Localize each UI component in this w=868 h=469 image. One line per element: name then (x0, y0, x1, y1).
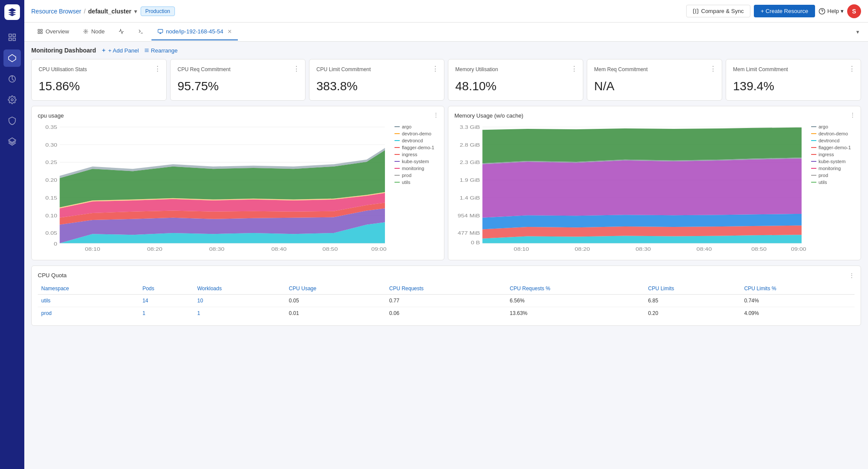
create-resource-button[interactable]: + Create Resource (754, 5, 815, 17)
svg-text:0 B: 0 B (471, 240, 480, 245)
compare-sync-label: Compare & Sync (701, 8, 744, 14)
pods-link-utils[interactable]: 14 (142, 298, 148, 304)
sidebar-icon-home[interactable] (3, 29, 21, 46)
help-label: Help (827, 8, 839, 14)
svg-point-6 (11, 99, 13, 101)
help-button[interactable]: Help ▾ (819, 8, 844, 15)
breadcrumb-separator: / (84, 8, 85, 15)
cluster-name[interactable]: default_cluster (88, 8, 132, 15)
pods-link-prod[interactable]: 1 (142, 310, 145, 316)
sidebar-icon-layers[interactable] (3, 133, 21, 150)
memory-chart-title: Memory Usage (w/o cache) (454, 112, 855, 119)
legend-utils: utils (395, 180, 438, 185)
sidebar-icon-config[interactable] (3, 112, 21, 129)
cpu-chart-menu[interactable]: ⋮ (433, 112, 439, 118)
namespace-link-utils[interactable]: utils (41, 298, 50, 304)
cell-cpu-requests-pct: 6.56% (506, 295, 645, 307)
svg-text:08:40: 08:40 (697, 246, 712, 252)
app-name: Resource Browser (31, 8, 81, 15)
breadcrumb: Resource Browser / default_cluster ▾ (31, 8, 137, 15)
chart-tab-icon (118, 29, 124, 34)
stat-card-mem-util-menu[interactable]: ⋮ (571, 65, 578, 73)
node-ip-tab-icon (158, 29, 163, 34)
user-avatar[interactable]: S (847, 4, 861, 18)
stat-card-mem-req-menu[interactable]: ⋮ (710, 65, 717, 73)
charts-row: cpu usage ⋮ 0.35 0.30 0.25 0.20 0.15 0.1… (31, 106, 861, 260)
dashboard: Monitoring Dashboard + Add Panel Rearran… (24, 42, 868, 469)
svg-text:08:40: 08:40 (271, 246, 286, 252)
tab-close-button[interactable]: × (228, 28, 232, 35)
namespace-link-prod[interactable]: prod (41, 310, 52, 316)
svg-rect-13 (38, 32, 40, 34)
tab-node[interactable]: Node (77, 24, 111, 40)
dashboard-header: Monitoring Dashboard + Add Panel Rearran… (31, 47, 861, 54)
mem-legend-argo: argo (811, 124, 855, 129)
cluster-dropdown-icon[interactable]: ▾ (134, 8, 137, 15)
cell-cpu-limits-pct: 0.74% (741, 295, 855, 307)
stat-card-mem-util: Memory Utilisation ⋮ 48.10% (448, 59, 583, 101)
add-panel-button[interactable]: + Add Panel (101, 47, 138, 54)
memory-chart-svg: 3.3 GiB 2.8 GiB 2.3 GiB 1.9 GiB 1.4 GiB … (454, 122, 808, 254)
svg-rect-11 (38, 30, 40, 31)
stat-card-mem-req: Mem Req Commitment ⋮ N/A (587, 59, 722, 101)
sidebar-icon-resource[interactable] (3, 49, 21, 67)
table-row: prod 1 1 0.01 0.06 13.63% 0.20 4.09% (38, 307, 855, 320)
tab-overview[interactable]: Overview (31, 24, 75, 40)
svg-text:08:50: 08:50 (751, 246, 766, 252)
workloads-link-utils[interactable]: 10 (197, 298, 203, 304)
col-pods: Pods (139, 283, 194, 295)
sidebar-icon-settings[interactable] (3, 91, 21, 108)
rearrange-icon (144, 48, 149, 53)
svg-text:0.15: 0.15 (46, 195, 57, 200)
stat-card-mem-req-value: N/A (594, 79, 715, 93)
svg-text:08:10: 08:10 (514, 246, 529, 252)
overview-tab-icon (37, 29, 43, 34)
cpu-chart-title: cpu usage (38, 112, 438, 119)
mem-legend-prod: prod (811, 173, 855, 178)
stat-card-cpu-limit-value: 383.8% (316, 79, 437, 93)
cell-cpu-limits: 0.20 (644, 307, 740, 320)
rearrange-button[interactable]: Rearrange (144, 47, 178, 54)
cpu-quota-table: Namespace Pods Workloads CPU Usage CPU R… (38, 283, 855, 319)
sidebar-logo[interactable] (4, 4, 20, 20)
svg-text:08:50: 08:50 (322, 246, 338, 252)
sidebar-icon-monitor[interactable] (3, 70, 21, 88)
svg-point-15 (85, 31, 86, 32)
svg-rect-1 (13, 34, 16, 37)
svg-text:3.3 GiB: 3.3 GiB (460, 125, 480, 130)
tab-expand-button[interactable]: ▾ (855, 27, 861, 37)
legend-monitoring: monitoring (395, 166, 438, 171)
svg-text:2.3 GiB: 2.3 GiB (460, 160, 480, 165)
stat-card-cpu-req: CPU Req Commitment ⋮ 95.75% (170, 59, 306, 101)
cell-namespace: prod (38, 307, 139, 320)
svg-rect-17 (158, 30, 163, 33)
tab-chart[interactable] (112, 24, 130, 39)
stat-card-cpu-req-menu[interactable]: ⋮ (293, 65, 300, 73)
environment-badge[interactable]: Production (141, 7, 175, 16)
stat-card-cpu-limit-menu[interactable]: ⋮ (432, 65, 439, 73)
stat-card-mem-limit-menu[interactable]: ⋮ (848, 65, 855, 73)
svg-text:08:30: 08:30 (209, 246, 224, 252)
memory-chart-menu[interactable]: ⋮ (850, 112, 855, 118)
cpu-quota-table-card: ⋮ CPU Quota Namespace Pods Workloads CPU… (31, 266, 861, 326)
svg-text:09:00: 09:00 (791, 246, 806, 252)
svg-rect-2 (9, 38, 12, 41)
cell-cpu-requests-pct: 13.63% (506, 307, 645, 320)
svg-text:0.20: 0.20 (46, 178, 57, 183)
svg-text:0: 0 (54, 241, 57, 246)
table-card-menu[interactable]: ⋮ (849, 272, 855, 279)
tab-terminal[interactable] (132, 24, 150, 39)
create-resource-label: + Create Resource (761, 8, 808, 14)
workloads-link-prod[interactable]: 1 (197, 310, 200, 316)
table-header-row: Namespace Pods Workloads CPU Usage CPU R… (38, 283, 855, 295)
add-panel-icon (101, 48, 106, 53)
cpu-chart-svg: 0.35 0.30 0.25 0.20 0.15 0.10 0.05 0 (38, 122, 391, 254)
cell-namespace: utils (38, 295, 139, 307)
stat-card-cpu-util-menu[interactable]: ⋮ (154, 65, 161, 73)
sidebar (0, 0, 24, 469)
table-card-header: ⋮ CPU Quota (38, 272, 855, 279)
main-content: Resource Browser / default_cluster ▾ Pro… (24, 0, 868, 469)
tab-node-ip[interactable]: node/ip-192-168-45-54 × (151, 24, 238, 40)
compare-icon (693, 8, 699, 14)
compare-sync-button[interactable]: Compare & Sync (686, 5, 750, 17)
